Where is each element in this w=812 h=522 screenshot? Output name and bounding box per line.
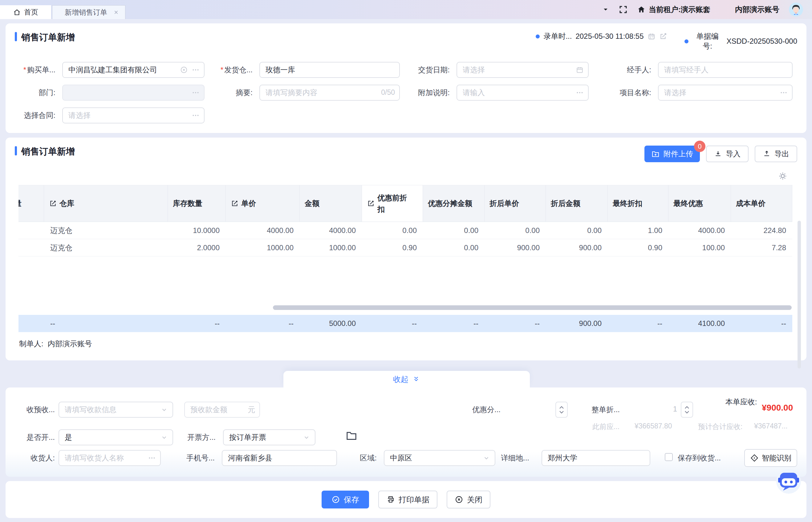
handler-input[interactable] [658, 62, 793, 78]
stepper-down-icon[interactable] [684, 410, 690, 414]
table-cell[interactable]: 4000.00 [226, 222, 300, 239]
tenant-info[interactable]: 当前租户:演示账套 [637, 5, 710, 15]
tab-order[interactable]: 新增销售订单 [52, 5, 125, 19]
region-select-field[interactable] [390, 454, 482, 462]
phone-input[interactable] [222, 450, 337, 466]
table-cell[interactable]: 迈克仓 [44, 222, 168, 239]
chevron-down-icon[interactable] [160, 406, 168, 414]
chevron-down-icon[interactable] [482, 454, 490, 462]
table-cell[interactable]: 100.00 [669, 239, 731, 256]
table-cell[interactable]: 0.00 [423, 222, 485, 239]
calendar-icon[interactable] [576, 66, 584, 74]
contract-input-field[interactable] [69, 111, 188, 120]
prepay-amount-field[interactable] [190, 405, 245, 414]
print-button[interactable]: 打印单据 [378, 490, 438, 508]
invoice-select-field[interactable] [65, 433, 160, 442]
buyer-input[interactable] [62, 62, 205, 78]
avatar[interactable] [789, 2, 804, 17]
table-cell[interactable]: 900.00 [485, 239, 546, 256]
smart-recognition-button[interactable]: 智能识别 [744, 449, 797, 467]
delivery-date-field[interactable] [463, 65, 572, 74]
table-cell[interactable]: 0.00 [485, 222, 546, 239]
discount-share-stepper[interactable] [555, 402, 568, 418]
table-cell[interactable]: 迈克仓 [44, 239, 168, 256]
more-icon[interactable] [192, 112, 200, 119]
warehouse-input[interactable] [259, 62, 400, 78]
region-select[interactable] [384, 450, 495, 466]
handler-input-field[interactable] [664, 65, 788, 74]
address-input[interactable] [542, 450, 650, 466]
table-cell[interactable]: 7.28 [731, 239, 792, 256]
address-input-field[interactable] [548, 454, 645, 462]
edit-icon[interactable] [659, 32, 667, 40]
receiver-input-field[interactable] [65, 454, 148, 462]
gear-icon[interactable] [778, 172, 787, 181]
save-to-address-checkbox[interactable] [665, 453, 673, 461]
chevron-down-icon[interactable] [303, 433, 310, 441]
save-button[interactable]: 保存 [322, 490, 369, 508]
more-icon[interactable] [192, 89, 200, 97]
fullscreen-icon[interactable] [619, 5, 628, 14]
export-button[interactable]: 导出 [755, 145, 797, 162]
table-cell[interactable]: 0.90 [608, 239, 669, 256]
clear-icon[interactable] [180, 66, 188, 74]
stepper-up-icon[interactable] [684, 406, 690, 409]
stepper-down-icon[interactable] [559, 410, 564, 414]
folder-icon[interactable] [345, 429, 357, 442]
delivery-date-input[interactable] [457, 62, 589, 78]
summary-input-field[interactable] [266, 88, 379, 97]
table-cell[interactable]: 0.00 [546, 222, 608, 239]
invoice-select[interactable] [59, 429, 173, 445]
summary-input[interactable]: 0/50 [259, 85, 400, 101]
table-cell[interactable]: 4000.00 [300, 222, 362, 239]
table-cell[interactable]: 2.0000 [168, 239, 226, 256]
table-cell[interactable]: 1.00 [608, 222, 669, 239]
invoice-method-select[interactable] [223, 429, 315, 445]
table-cell[interactable]: 900.00 [546, 239, 608, 256]
table-cell[interactable]: 0.00 [423, 239, 485, 256]
more-icon[interactable] [192, 66, 200, 74]
more-icon[interactable] [780, 89, 788, 97]
prepay-select-field[interactable] [65, 405, 160, 414]
attachment-upload-button[interactable]: 附件上传 0 [644, 145, 700, 162]
import-button[interactable]: 导入 [706, 145, 749, 162]
more-icon[interactable] [576, 89, 584, 97]
horizontal-scrollbar[interactable] [273, 305, 792, 310]
chevron-down-icon[interactable] [160, 433, 168, 441]
extra-note-input[interactable] [457, 85, 589, 101]
table-cell[interactable]: 224.80 [731, 222, 792, 239]
extra-note-field[interactable] [463, 88, 572, 97]
order-discount-stepper[interactable] [681, 402, 693, 418]
table-cell[interactable]: 4000.00 [669, 222, 731, 239]
buyer-input-field[interactable] [69, 65, 176, 74]
department-input[interactable] [62, 85, 205, 101]
table-cell[interactable]: 0.90 [362, 239, 423, 256]
phone-input-field[interactable] [228, 454, 332, 462]
vertical-scrollbar[interactable] [797, 221, 801, 368]
close-button[interactable]: 关闭 [447, 490, 490, 508]
table-cell[interactable]: 1000.00 [226, 239, 300, 256]
calendar-icon[interactable] [647, 32, 656, 40]
prepay-select[interactable] [59, 402, 173, 418]
table-cell[interactable] [18, 239, 44, 256]
collapse-toggle[interactable]: 收起 [284, 371, 530, 387]
contract-input[interactable] [62, 107, 205, 123]
table-cell[interactable]: 10.0000 [168, 222, 226, 239]
table-cell[interactable]: 1000.00 [300, 239, 362, 256]
receiver-input[interactable] [59, 450, 161, 466]
order-discount-value[interactable]: 1 [653, 405, 677, 413]
account-name[interactable]: 内部演示账号 [735, 5, 779, 15]
table-cell[interactable]: 0.00 [362, 222, 423, 239]
tab-home[interactable]: 首页 [0, 5, 51, 19]
prepay-amount-input[interactable]: 元 [184, 402, 260, 418]
chevron-down-icon[interactable] [602, 6, 609, 13]
warehouse-input-field[interactable] [266, 65, 395, 74]
table-cell[interactable] [18, 222, 44, 239]
chat-assistant-icon[interactable] [774, 466, 804, 496]
more-icon[interactable] [148, 454, 156, 462]
invoice-method-field[interactable] [229, 433, 303, 442]
project-input-field[interactable] [664, 88, 776, 97]
project-input[interactable] [658, 85, 793, 101]
stepper-up-icon[interactable] [559, 406, 564, 409]
close-icon[interactable] [113, 9, 119, 16]
